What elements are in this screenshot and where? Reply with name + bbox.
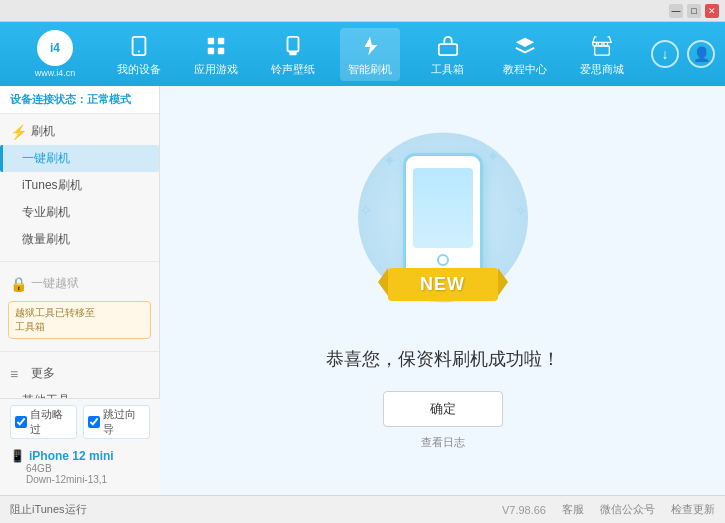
device-firmware: Down-12mini-13,1	[10, 474, 150, 485]
confirm-button[interactable]: 确定	[383, 391, 503, 427]
view-log-link[interactable]: 查看日志	[421, 435, 465, 450]
header-actions: ↓ 👤	[651, 40, 715, 68]
flash-section-icon: ⚡	[10, 124, 26, 140]
tutorials-icon	[511, 32, 539, 60]
sparkle-3: ✧	[359, 201, 372, 220]
skip-wizard-input[interactable]	[88, 416, 100, 428]
check-update-link[interactable]: 检查更新	[671, 502, 715, 517]
sidebar-item-data-preserve[interactable]: 微量刷机	[0, 226, 159, 253]
header: i4 www.i4.cn 我的设备 应用游戏 铃声壁纸	[0, 22, 725, 86]
nav-smart-flash[interactable]: 智能刷机	[340, 28, 400, 81]
sidebar-item-pro[interactable]: 专业刷机	[0, 199, 159, 226]
sidebar-item-itunes[interactable]: iTunes刷机	[0, 172, 159, 199]
apps-icon	[202, 32, 230, 60]
user-button[interactable]: 👤	[687, 40, 715, 68]
svg-rect-9	[595, 46, 610, 55]
close-button[interactable]: ✕	[705, 4, 719, 18]
content-area: ✦ ✦ ✧ ✧ NEW 恭喜您，保资料刷机成功啦！ 确定 查看日志	[160, 86, 725, 495]
success-message: 恭喜您，保资料刷机成功啦！	[326, 347, 560, 371]
nav-apps[interactable]: 应用游戏	[186, 28, 246, 81]
nav-my-device[interactable]: 我的设备	[109, 28, 169, 81]
logo[interactable]: i4 www.i4.cn	[10, 30, 100, 78]
more-section-header[interactable]: ≡ 更多	[0, 360, 159, 387]
itunes-status: 阻止iTunes运行	[10, 503, 87, 515]
sparkle-4: ✧	[514, 201, 527, 220]
flash-icon	[356, 32, 384, 60]
success-illustration: ✦ ✦ ✧ ✧ NEW	[343, 131, 543, 331]
svg-rect-7	[290, 51, 297, 55]
nav-ringtones[interactable]: 铃声壁纸	[263, 28, 323, 81]
maximize-button[interactable]: □	[687, 4, 701, 18]
skip-wizard-checkbox[interactable]: 跳过向导	[83, 405, 150, 439]
flash-section-label: 刷机	[31, 123, 55, 140]
connection-status: 设备连接状态：正常模式	[0, 86, 159, 114]
warning-box: 越狱工具已转移至工具箱	[8, 301, 151, 339]
sparkle-2: ✦	[486, 147, 499, 166]
nav-bar: 我的设备 应用游戏 铃声壁纸 智能刷机 工具箱	[100, 28, 641, 81]
logo-circle: i4	[37, 30, 73, 66]
svg-rect-6	[288, 36, 299, 51]
nav-label: 工具箱	[431, 62, 464, 77]
phone-screen	[413, 168, 473, 248]
divider2	[0, 351, 159, 352]
auto-skip-input[interactable]	[15, 416, 27, 428]
nav-store[interactable]: 爱思商城	[572, 28, 632, 81]
nav-label: 爱思商城	[580, 62, 624, 77]
skip-wizard-label: 跳过向导	[103, 407, 145, 437]
footer-left: 阻止iTunes运行	[10, 502, 502, 517]
nav-label: 智能刷机	[348, 62, 392, 77]
ringtone-icon	[279, 32, 307, 60]
flash-section-header[interactable]: ⚡ 刷机	[0, 118, 159, 145]
more-label: 更多	[31, 365, 55, 382]
wechat-link[interactable]: 微信公众号	[600, 502, 655, 517]
sparkle-1: ✦	[383, 151, 396, 170]
footer-right: V7.98.66 客服 微信公众号 检查更新	[502, 502, 715, 517]
store-icon	[588, 32, 616, 60]
toolbox-icon	[434, 32, 462, 60]
sidebar: 设备连接状态：正常模式 ⚡ 刷机 一键刷机 iTunes刷机 专业刷机 微量刷机…	[0, 86, 160, 495]
lock-icon: 🔒	[10, 276, 26, 292]
more-icon: ≡	[10, 366, 26, 382]
phone-illustration	[403, 153, 483, 283]
customer-service-link[interactable]: 客服	[562, 502, 584, 517]
nav-label: 教程中心	[503, 62, 547, 77]
download-button[interactable]: ↓	[651, 40, 679, 68]
new-badge: NEW	[388, 268, 498, 301]
auto-skip-label: 自动略过	[30, 407, 72, 437]
svg-rect-4	[208, 47, 214, 53]
device-info: 📱 iPhone 12 mini 64GB Down-12mini-13,1	[10, 445, 150, 489]
phone-home-button	[437, 254, 449, 266]
version-label: V7.98.66	[502, 504, 546, 516]
logo-website: www.i4.cn	[35, 68, 76, 78]
jailbreak-label: 一键越狱	[31, 275, 79, 292]
nav-toolbox[interactable]: 工具箱	[418, 28, 478, 81]
sidebar-item-one-click[interactable]: 一键刷机	[0, 145, 159, 172]
checkbox-row: 自动略过 跳过向导	[10, 405, 150, 439]
phone-icon	[125, 32, 153, 60]
svg-rect-8	[439, 44, 457, 55]
device-icon: 📱	[10, 449, 25, 463]
svg-rect-3	[218, 37, 224, 43]
device-section: 自动略过 跳过向导 📱 iPhone 12 mini 64GB Down-12m…	[0, 398, 160, 495]
jailbreak-section-header: 🔒 一键越狱	[0, 270, 159, 297]
nav-label: 应用游戏	[194, 62, 238, 77]
nav-label: 铃声壁纸	[271, 62, 315, 77]
auto-skip-checkbox[interactable]: 自动略过	[10, 405, 77, 439]
logo-text: i4	[50, 41, 60, 55]
device-storage: 64GB	[10, 463, 150, 474]
minimize-button[interactable]: —	[669, 4, 683, 18]
jailbreak-section: 🔒 一键越狱 越狱工具已转移至工具箱	[0, 266, 159, 347]
nav-tutorials[interactable]: 教程中心	[495, 28, 555, 81]
flash-section: ⚡ 刷机 一键刷机 iTunes刷机 专业刷机 微量刷机	[0, 114, 159, 257]
main-area: 设备连接状态：正常模式 ⚡ 刷机 一键刷机 iTunes刷机 专业刷机 微量刷机…	[0, 86, 725, 495]
nav-label: 我的设备	[117, 62, 161, 77]
title-bar: — □ ✕	[0, 0, 725, 22]
divider	[0, 261, 159, 262]
svg-rect-2	[208, 37, 214, 43]
status-footer: 阻止iTunes运行 V7.98.66 客服 微信公众号 检查更新	[0, 495, 725, 523]
device-name: 📱 iPhone 12 mini	[10, 449, 150, 463]
svg-rect-5	[218, 47, 224, 53]
